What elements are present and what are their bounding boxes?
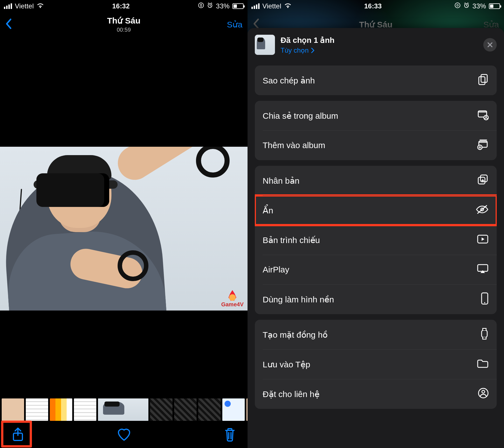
nav-subtitle: 00:59 (0, 27, 248, 33)
favorite-button[interactable] (117, 428, 131, 442)
carrier-label: Viettel (262, 2, 281, 10)
nav-title: Thứ Sáu (0, 16, 248, 25)
svg-point-20 (484, 302, 485, 303)
copy-icon (478, 73, 489, 88)
battery-icon (489, 3, 500, 9)
wifi-icon (37, 2, 44, 10)
watch-icon (480, 327, 489, 342)
share-sheet: Đã chọn 1 ảnh Tùy chọn Sao chép ảnh (248, 28, 504, 448)
phone-icon (480, 292, 489, 307)
orientation-lock-icon (454, 2, 461, 10)
svg-rect-1 (200, 4, 202, 6)
trash-button[interactable] (224, 428, 236, 443)
action-save-files[interactable]: Lưu vào Tệp (255, 349, 497, 379)
sheet-selected-count: Đã chọn 1 ảnh (281, 36, 335, 45)
action-airplay[interactable]: AirPlay (255, 255, 497, 284)
sheet-header: Đã chọn 1 ảnh Tùy chọn (248, 28, 504, 60)
orientation-lock-icon (198, 2, 204, 10)
action-watchface[interactable]: Tạo mặt đồng hồ (255, 320, 497, 349)
flame-icon (228, 290, 236, 301)
duplicate-icon (477, 174, 489, 188)
sheet-options-button[interactable]: Tùy chọn (281, 46, 335, 54)
svg-point-11 (486, 116, 487, 117)
svg-rect-8 (479, 77, 485, 85)
signal-icon (4, 3, 12, 9)
action-slideshow[interactable]: Bản trình chiếu (255, 225, 497, 255)
thumb-selected[interactable] (98, 398, 148, 421)
action-group: Tạo mặt đồng hồ Lưu vào Tệp Đặt cho liên… (255, 320, 497, 409)
svg-point-0 (199, 3, 204, 8)
svg-rect-7 (481, 74, 487, 82)
signal-icon (251, 3, 260, 9)
action-duplicate[interactable]: Nhân bản (255, 166, 497, 195)
action-add-album[interactable]: Thêm vào album (255, 130, 497, 160)
folder-icon (477, 358, 489, 370)
vr-photo-illustration (0, 147, 248, 311)
back-button[interactable] (5, 18, 12, 31)
action-share-album[interactable]: Chia sẻ trong album (255, 101, 497, 130)
svg-point-4 (455, 3, 460, 8)
battery-pct: 33% (472, 2, 486, 10)
add-album-icon (477, 139, 489, 152)
shared-album-icon (477, 109, 489, 122)
action-group: Sao chép ảnh (255, 66, 497, 95)
thumbnail-strip[interactable] (0, 397, 248, 422)
thumb[interactable] (74, 398, 96, 421)
status-bar: Viettel 16:32 33% (0, 0, 248, 12)
battery-icon (232, 3, 244, 9)
svg-rect-21 (482, 330, 487, 337)
action-group: Nhân bản Ẩn Bản trình chiếu (255, 166, 497, 314)
wifi-icon (284, 2, 291, 10)
thumb[interactable] (198, 398, 221, 421)
close-icon (487, 42, 493, 48)
close-button[interactable] (483, 38, 497, 52)
svg-point-23 (482, 390, 485, 393)
alarm-icon (207, 2, 213, 10)
airplay-icon (477, 263, 489, 276)
clock: 16:33 (364, 2, 382, 10)
thumb[interactable] (150, 398, 172, 421)
watermark: Game4V (221, 290, 244, 308)
action-hide[interactable]: Ẩn (255, 195, 497, 225)
svg-rect-5 (457, 4, 458, 6)
clock: 16:32 (112, 2, 130, 10)
thumb[interactable] (2, 398, 24, 421)
status-bar: Viettel 16:33 33% (248, 0, 504, 12)
share-button[interactable] (12, 427, 24, 443)
thumb[interactable] (50, 398, 72, 421)
thumb[interactable] (26, 398, 48, 421)
carrier-label: Viettel (15, 2, 34, 10)
hide-icon (475, 204, 489, 216)
action-assign-contact[interactable]: Đặt cho liên hệ (255, 379, 497, 409)
phone-left: Viettel 16:32 33% Th (0, 0, 248, 448)
thumb[interactable] (174, 398, 197, 421)
nav-bar: Thứ Sáu 00:59 Sửa (0, 12, 248, 36)
bottom-toolbar (0, 422, 248, 448)
sheet-thumbnail (255, 35, 275, 55)
phone-right: Viettel 16:33 33% Thứ Sáu (248, 0, 504, 448)
edit-button[interactable]: Sửa (227, 20, 242, 29)
action-group: Chia sẻ trong album Thêm vào album (255, 101, 497, 160)
chevron-right-icon (311, 47, 315, 53)
alarm-icon (463, 2, 470, 10)
thumb[interactable] (222, 398, 245, 421)
battery-pct: 33% (216, 2, 230, 10)
slideshow-icon (477, 234, 489, 246)
action-wallpaper[interactable]: Dùng làm hình nền (255, 284, 497, 314)
photo-viewport[interactable]: Game4V (0, 147, 248, 311)
contact-icon (478, 388, 489, 401)
action-copy-photo[interactable]: Sao chép ảnh (255, 66, 497, 95)
